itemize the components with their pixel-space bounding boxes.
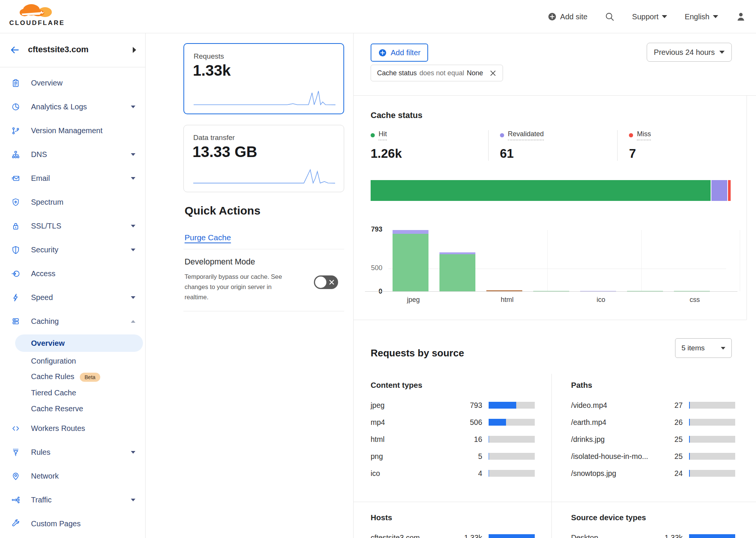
brand-wordmark: CLOUDFLARE	[7, 19, 67, 27]
add-filter-button[interactable]: Add filter	[371, 44, 428, 62]
sidebar-item-network[interactable]: Network	[0, 464, 145, 488]
support-menu[interactable]: Support	[632, 12, 667, 21]
list-item[interactable]: ico 4	[371, 465, 535, 482]
chevron-down-icon	[131, 499, 135, 501]
requests-sparkline	[194, 89, 335, 107]
sidebar-item-analytics-logs[interactable]: Analytics & Logs	[0, 95, 145, 119]
divider	[183, 311, 344, 311]
miss-value: 7	[629, 146, 747, 161]
site-name: cftestsite3.com	[28, 45, 88, 54]
sidebar-subitem-caching-overview[interactable]: Overview	[15, 334, 143, 352]
wrench-icon	[11, 519, 20, 528]
sidebar-item-traffic[interactable]: Traffic	[0, 488, 145, 512]
progress-bar	[489, 470, 535, 477]
sidebar-item-email[interactable]: Email	[0, 166, 145, 190]
shield-asterisk-icon	[11, 198, 20, 207]
progress-bar	[689, 453, 735, 460]
cache-status-bar-chart: 793 500 0 jpeg html ico css	[354, 207, 756, 306]
chevron-down-icon	[131, 451, 135, 454]
sidebar-item-rules[interactable]: Rules	[0, 440, 145, 464]
stacked-segment-miss[interactable]	[728, 180, 731, 201]
chart-plot-area	[388, 230, 726, 291]
list-item[interactable]: mp4 506	[371, 414, 535, 431]
list-item[interactable]: /snowtops.jpg 24	[571, 465, 736, 482]
list-item[interactable]: html 16	[371, 431, 535, 448]
cache-status-stacked-bar	[371, 180, 731, 201]
data-transfer-sparkline	[193, 168, 335, 185]
requests-metric-card[interactable]: Requests 1.33k	[183, 43, 344, 114]
language-label: English	[685, 12, 709, 21]
list-item[interactable]: /earth.mp4 26	[571, 414, 736, 431]
language-menu[interactable]: English	[685, 12, 718, 21]
sidebar-item-version-management[interactable]: Version Management	[0, 119, 145, 143]
section-divider	[354, 95, 756, 96]
funnel-icon	[11, 448, 20, 457]
hit-value: 1.26k	[371, 146, 488, 161]
chevron-down-icon	[131, 249, 135, 251]
requests-card-value: 1.33k	[193, 62, 231, 79]
git-branch-icon	[11, 126, 20, 135]
development-mode-title: Development Mode	[185, 257, 255, 267]
sidebar-subitem-cache-rules[interactable]: Cache RulesBeta	[0, 369, 145, 385]
source-device-types-list: Source device types Desktop 1.33k	[571, 513, 736, 538]
clipboard-icon	[11, 79, 20, 87]
sidebar-subitem-cache-reserve[interactable]: Cache Reserve	[0, 401, 145, 417]
data-transfer-card-label: Data transfer	[193, 134, 235, 142]
list-item[interactable]: /drinks.jpg 25	[571, 431, 736, 448]
list-item[interactable]: Desktop 1.33k	[571, 529, 736, 538]
development-mode-toggle[interactable]	[314, 275, 338, 289]
list-item[interactable]: /video.mp4 27	[571, 397, 736, 414]
cloudflare-logo[interactable]: CLOUDFLARE	[7, 2, 67, 27]
ytick-793: 793	[360, 225, 382, 233]
sidebar: cftestsite3.com Overview Analytics & Log…	[0, 33, 146, 538]
time-range-dropdown[interactable]: Previous 24 hours	[647, 43, 732, 62]
add-site-button[interactable]: Add site	[548, 12, 587, 21]
bar-jpeg[interactable]	[393, 230, 428, 291]
filter-chip[interactable]: Cache status does not equal None	[371, 65, 503, 81]
list-item[interactable]: jpeg 793	[371, 397, 535, 414]
sidebar-item-custom-pages[interactable]: Custom Pages	[0, 512, 145, 536]
column-divider	[551, 374, 552, 538]
sidebar-item-speed[interactable]: Speed	[0, 286, 145, 309]
sidebar-item-spectrum[interactable]: Spectrum	[0, 190, 145, 214]
padlock-icon	[11, 222, 20, 230]
bar-mp4[interactable]	[439, 252, 475, 291]
stacked-segment-hit[interactable]	[371, 180, 711, 201]
sidebar-item-access[interactable]: Access	[0, 262, 145, 286]
list-item[interactable]: cftestsite3.com 1.33k	[371, 529, 535, 538]
development-mode-description: Temporarily bypass our cache. See change…	[185, 272, 290, 302]
sidebar-subitem-configuration[interactable]: Configuration	[0, 353, 145, 369]
back-arrow-icon[interactable]	[9, 45, 20, 55]
requests-by-source-title: Requests by source	[371, 347, 464, 359]
sidebar-item-workers-routes[interactable]: Workers Routes	[0, 417, 145, 440]
purge-cache-link[interactable]: Purge Cache	[185, 233, 231, 242]
sidebar-item-dns[interactable]: DNS	[0, 143, 145, 166]
xtick-css: css	[672, 296, 717, 304]
legend-hit[interactable]: Hit	[371, 130, 488, 140]
sidebar-item-overview[interactable]: Overview	[0, 71, 145, 95]
lightning-icon	[11, 293, 20, 302]
revalidated-dot-icon	[500, 133, 504, 137]
legend-revalidated[interactable]: Revalidated	[500, 130, 618, 140]
sidebar-item-caching[interactable]: Caching	[0, 309, 145, 333]
paths-list: Paths /video.mp4 27 /earth.mp4 26 /drink…	[571, 381, 736, 482]
ytick-500: 500	[360, 264, 382, 272]
chevron-down-icon	[131, 296, 135, 299]
close-icon[interactable]	[489, 70, 497, 77]
items-count-dropdown[interactable]: 5 items	[675, 338, 732, 358]
stacked-segment-revalidated[interactable]	[711, 180, 728, 201]
search-icon[interactable]	[605, 12, 615, 22]
sidebar-item-ssl-tls[interactable]: SSL/TLS	[0, 214, 145, 238]
stat-revalidated: Revalidated 61	[488, 130, 618, 161]
sidebar-item-security[interactable]: Security	[0, 238, 145, 262]
list-item[interactable]: png 5	[371, 448, 535, 465]
user-icon[interactable]	[736, 11, 746, 22]
chevron-right-icon[interactable]	[133, 47, 136, 53]
xtick-jpeg: jpeg	[391, 296, 436, 304]
legend-miss[interactable]: Miss	[629, 130, 747, 140]
progress-bar	[489, 534, 535, 538]
cache-status-stats: Hit 1.26k Revalidated 61 Miss 7	[371, 130, 747, 161]
data-transfer-metric-card[interactable]: Data transfer 13.33 GB	[183, 125, 344, 192]
list-item[interactable]: /isolated-house-in-mo... 25	[571, 448, 736, 465]
sidebar-subitem-tiered-cache[interactable]: Tiered Cache	[0, 385, 145, 401]
